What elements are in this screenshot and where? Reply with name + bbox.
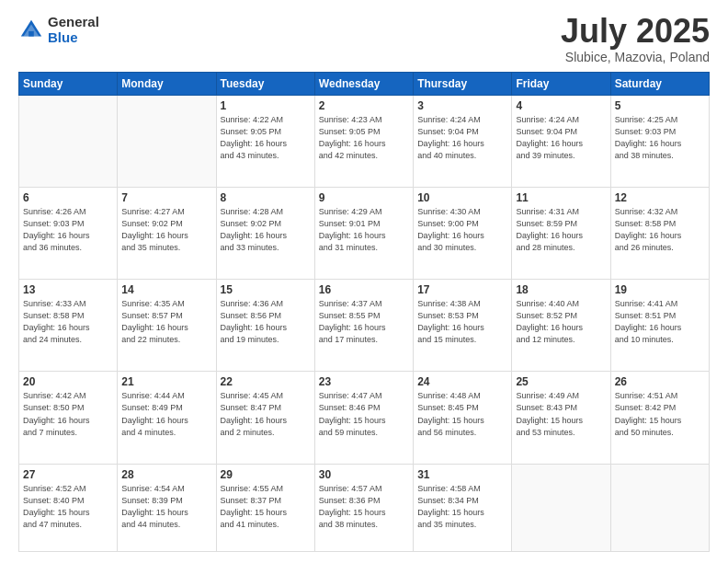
calendar-cell: 10Sunrise: 4:30 AM Sunset: 9:00 PM Dayli… — [414, 188, 512, 280]
day-number: 14 — [121, 283, 211, 296]
day-number: 19 — [615, 283, 705, 296]
day-info: Sunrise: 4:47 AM Sunset: 8:46 PM Dayligh… — [319, 390, 409, 438]
day-info: Sunrise: 4:38 AM Sunset: 8:53 PM Dayligh… — [417, 298, 507, 346]
day-info: Sunrise: 4:29 AM Sunset: 9:01 PM Dayligh… — [319, 206, 409, 254]
calendar-header-tuesday: Tuesday — [216, 73, 314, 96]
day-number: 11 — [516, 191, 606, 204]
day-info: Sunrise: 4:24 AM Sunset: 9:04 PM Dayligh… — [417, 114, 507, 162]
day-number: 6 — [23, 191, 113, 204]
logo-text: General Blue — [48, 15, 99, 45]
day-number: 10 — [417, 191, 507, 204]
calendar-cell: 30Sunrise: 4:57 AM Sunset: 8:36 PM Dayli… — [314, 464, 413, 551]
day-number: 29 — [221, 468, 311, 481]
title-block: July 2025 Slubice, Mazovia, Poland — [561, 15, 710, 64]
day-number: 22 — [221, 375, 311, 388]
day-info: Sunrise: 4:45 AM Sunset: 8:47 PM Dayligh… — [221, 390, 311, 438]
calendar-cell: 6Sunrise: 4:26 AM Sunset: 9:03 PM Daylig… — [19, 188, 118, 280]
calendar-cell: 14Sunrise: 4:35 AM Sunset: 8:57 PM Dayli… — [118, 280, 216, 372]
day-info: Sunrise: 4:22 AM Sunset: 9:05 PM Dayligh… — [221, 114, 311, 162]
day-info: Sunrise: 4:36 AM Sunset: 8:56 PM Dayligh… — [221, 298, 311, 346]
day-info: Sunrise: 4:41 AM Sunset: 8:51 PM Dayligh… — [615, 298, 705, 346]
calendar-cell: 2Sunrise: 4:23 AM Sunset: 9:05 PM Daylig… — [314, 96, 413, 188]
calendar-week-row: 20Sunrise: 4:42 AM Sunset: 8:50 PM Dayli… — [19, 372, 710, 464]
calendar-week-row: 27Sunrise: 4:52 AM Sunset: 8:40 PM Dayli… — [19, 464, 710, 551]
day-info: Sunrise: 4:25 AM Sunset: 9:03 PM Dayligh… — [615, 114, 705, 162]
calendar-cell: 1Sunrise: 4:22 AM Sunset: 9:05 PM Daylig… — [216, 96, 314, 188]
calendar-cell: 18Sunrise: 4:40 AM Sunset: 8:52 PM Dayli… — [512, 280, 610, 372]
day-info: Sunrise: 4:49 AM Sunset: 8:43 PM Dayligh… — [516, 390, 606, 438]
logo-blue: Blue — [48, 30, 99, 46]
logo: General Blue — [18, 15, 99, 45]
calendar-cell: 16Sunrise: 4:37 AM Sunset: 8:55 PM Dayli… — [314, 280, 413, 372]
calendar-cell: 4Sunrise: 4:24 AM Sunset: 9:04 PM Daylig… — [512, 96, 610, 188]
calendar-cell: 27Sunrise: 4:52 AM Sunset: 8:40 PM Dayli… — [19, 464, 118, 551]
day-number: 16 — [319, 283, 409, 296]
calendar-header-monday: Monday — [118, 73, 216, 96]
day-number: 28 — [121, 468, 211, 481]
calendar-cell: 29Sunrise: 4:55 AM Sunset: 8:37 PM Dayli… — [216, 464, 314, 551]
day-info: Sunrise: 4:33 AM Sunset: 8:58 PM Dayligh… — [23, 298, 113, 346]
calendar-cell: 22Sunrise: 4:45 AM Sunset: 8:47 PM Dayli… — [216, 372, 314, 464]
calendar-table: SundayMondayTuesdayWednesdayThursdayFrid… — [18, 72, 710, 552]
day-info: Sunrise: 4:48 AM Sunset: 8:45 PM Dayligh… — [417, 390, 507, 438]
calendar-cell — [610, 464, 709, 551]
day-info: Sunrise: 4:42 AM Sunset: 8:50 PM Dayligh… — [23, 390, 113, 438]
day-number: 1 — [221, 99, 311, 112]
header: General Blue July 2025 Slubice, Mazovia,… — [18, 15, 710, 64]
calendar-week-row: 6Sunrise: 4:26 AM Sunset: 9:03 PM Daylig… — [19, 188, 710, 280]
day-number: 2 — [319, 99, 409, 112]
day-number: 27 — [23, 468, 113, 481]
day-info: Sunrise: 4:37 AM Sunset: 8:55 PM Dayligh… — [319, 298, 409, 346]
calendar-cell: 19Sunrise: 4:41 AM Sunset: 8:51 PM Dayli… — [610, 280, 709, 372]
calendar-cell: 26Sunrise: 4:51 AM Sunset: 8:42 PM Dayli… — [610, 372, 709, 464]
calendar-header-row: SundayMondayTuesdayWednesdayThursdayFrid… — [19, 73, 710, 96]
calendar-cell: 7Sunrise: 4:27 AM Sunset: 9:02 PM Daylig… — [118, 188, 216, 280]
day-info: Sunrise: 4:30 AM Sunset: 9:00 PM Dayligh… — [417, 206, 507, 254]
page: General Blue July 2025 Slubice, Mazovia,… — [0, 0, 728, 563]
day-number: 24 — [417, 375, 507, 388]
day-number: 21 — [121, 375, 211, 388]
calendar-cell: 5Sunrise: 4:25 AM Sunset: 9:03 PM Daylig… — [610, 96, 709, 188]
day-number: 9 — [319, 191, 409, 204]
calendar-header-friday: Friday — [512, 73, 610, 96]
calendar-cell: 24Sunrise: 4:48 AM Sunset: 8:45 PM Dayli… — [414, 372, 512, 464]
day-number: 4 — [516, 99, 606, 112]
calendar-cell: 3Sunrise: 4:24 AM Sunset: 9:04 PM Daylig… — [414, 96, 512, 188]
day-info: Sunrise: 4:52 AM Sunset: 8:40 PM Dayligh… — [23, 483, 113, 531]
calendar-cell — [512, 464, 610, 551]
day-info: Sunrise: 4:44 AM Sunset: 8:49 PM Dayligh… — [121, 390, 211, 438]
day-number: 25 — [516, 375, 606, 388]
calendar-header-sunday: Sunday — [19, 73, 118, 96]
day-number: 3 — [417, 99, 507, 112]
day-info: Sunrise: 4:31 AM Sunset: 8:59 PM Dayligh… — [516, 206, 606, 254]
day-info: Sunrise: 4:28 AM Sunset: 9:02 PM Dayligh… — [221, 206, 311, 254]
logo-icon — [18, 17, 44, 43]
calendar-header-wednesday: Wednesday — [314, 73, 413, 96]
calendar-cell: 15Sunrise: 4:36 AM Sunset: 8:56 PM Dayli… — [216, 280, 314, 372]
day-number: 30 — [319, 468, 409, 481]
calendar-cell: 21Sunrise: 4:44 AM Sunset: 8:49 PM Dayli… — [118, 372, 216, 464]
day-number: 20 — [23, 375, 113, 388]
day-number: 7 — [121, 191, 211, 204]
day-number: 26 — [615, 375, 705, 388]
calendar-cell: 31Sunrise: 4:58 AM Sunset: 8:34 PM Dayli… — [414, 464, 512, 551]
day-info: Sunrise: 4:57 AM Sunset: 8:36 PM Dayligh… — [319, 483, 409, 531]
calendar-cell: 25Sunrise: 4:49 AM Sunset: 8:43 PM Dayli… — [512, 372, 610, 464]
day-number: 23 — [319, 375, 409, 388]
day-number: 8 — [221, 191, 311, 204]
logo-general: General — [48, 15, 99, 30]
day-info: Sunrise: 4:51 AM Sunset: 8:42 PM Dayligh… — [615, 390, 705, 438]
calendar-header-thursday: Thursday — [414, 73, 512, 96]
calendar-cell: 12Sunrise: 4:32 AM Sunset: 8:58 PM Dayli… — [610, 188, 709, 280]
day-info: Sunrise: 4:27 AM Sunset: 9:02 PM Dayligh… — [121, 206, 211, 254]
day-info: Sunrise: 4:40 AM Sunset: 8:52 PM Dayligh… — [516, 298, 606, 346]
calendar-cell: 23Sunrise: 4:47 AM Sunset: 8:46 PM Dayli… — [314, 372, 413, 464]
day-info: Sunrise: 4:23 AM Sunset: 9:05 PM Dayligh… — [319, 114, 409, 162]
day-info: Sunrise: 4:35 AM Sunset: 8:57 PM Dayligh… — [121, 298, 211, 346]
day-number: 5 — [615, 99, 705, 112]
day-info: Sunrise: 4:58 AM Sunset: 8:34 PM Dayligh… — [417, 483, 507, 531]
day-info: Sunrise: 4:26 AM Sunset: 9:03 PM Dayligh… — [23, 206, 113, 254]
calendar-cell: 9Sunrise: 4:29 AM Sunset: 9:01 PM Daylig… — [314, 188, 413, 280]
calendar-cell: 13Sunrise: 4:33 AM Sunset: 8:58 PM Dayli… — [19, 280, 118, 372]
calendar-cell: 11Sunrise: 4:31 AM Sunset: 8:59 PM Dayli… — [512, 188, 610, 280]
